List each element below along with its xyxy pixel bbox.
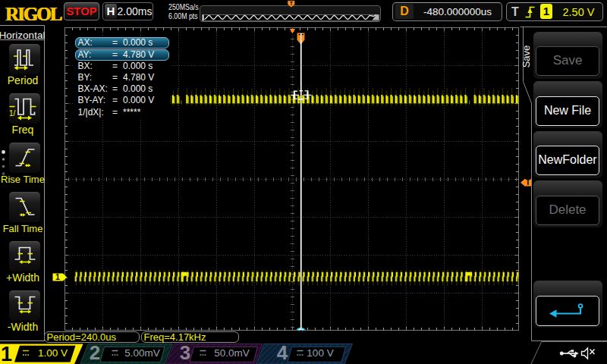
svg-text:T: T: [526, 178, 530, 187]
svg-text:1: 1: [55, 272, 60, 281]
svg-text:1/: 1/: [9, 109, 16, 118]
svg-text:T: T: [290, 1, 294, 6]
